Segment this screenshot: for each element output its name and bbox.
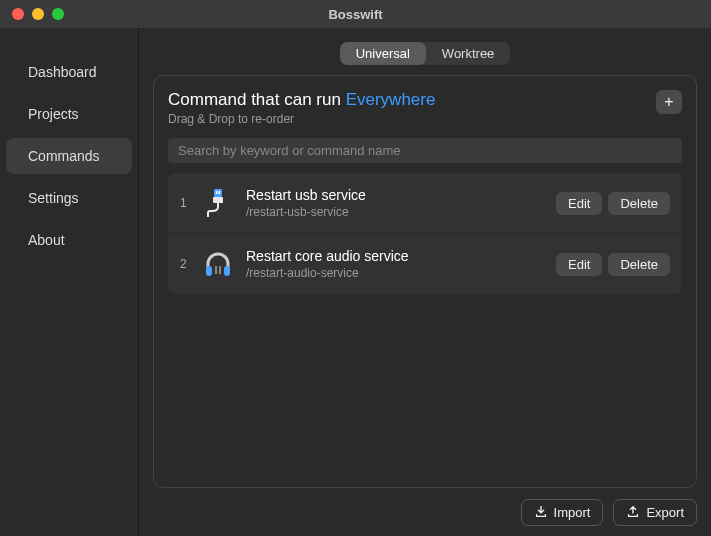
command-path: /restart-usb-service: [246, 205, 544, 219]
import-icon: [534, 505, 548, 519]
export-label: Export: [646, 505, 684, 520]
close-icon[interactable]: [12, 8, 24, 20]
window-title: Bosswift: [0, 7, 711, 22]
edit-button[interactable]: Edit: [556, 192, 602, 215]
row-index: 1: [180, 196, 190, 210]
commands-panel: Command that can run Everywhere Drag & D…: [153, 75, 697, 488]
search-input[interactable]: [168, 138, 682, 163]
command-path: /restart-audio-service: [246, 266, 544, 280]
fullscreen-icon[interactable]: [52, 8, 64, 20]
import-label: Import: [554, 505, 591, 520]
svg-rect-0: [214, 189, 222, 197]
svg-rect-4: [206, 266, 212, 276]
svg-rect-7: [219, 266, 221, 274]
svg-rect-3: [213, 197, 223, 203]
main: Universal Worktree Command that can run …: [139, 28, 711, 536]
svg-rect-6: [215, 266, 217, 274]
footer: Import Export: [139, 488, 711, 536]
svg-rect-2: [219, 191, 221, 194]
command-name: Restart usb service: [246, 187, 544, 203]
command-name: Restart core audio service: [246, 248, 544, 264]
headphones-icon: [202, 248, 234, 280]
delete-button[interactable]: Delete: [608, 253, 670, 276]
panel-subtitle: Drag & Drop to re-order: [168, 112, 435, 126]
add-command-button[interactable]: +: [656, 90, 682, 114]
tab-bar: Universal Worktree: [153, 42, 697, 65]
edit-button[interactable]: Edit: [556, 253, 602, 276]
import-button[interactable]: Import: [521, 499, 604, 526]
svg-rect-5: [224, 266, 230, 276]
sidebar-item-projects[interactable]: Projects: [6, 96, 132, 132]
panel-title-scope[interactable]: Everywhere: [346, 90, 436, 109]
export-icon: [626, 505, 640, 519]
sidebar-item-dashboard[interactable]: Dashboard: [6, 54, 132, 90]
command-list: 1 Restart usb service: [168, 173, 682, 294]
panel-title: Command that can run Everywhere: [168, 90, 435, 110]
row-index: 2: [180, 257, 190, 271]
plus-icon: +: [664, 93, 673, 111]
panel-title-prefix: Command that can run: [168, 90, 346, 109]
sidebar-item-commands[interactable]: Commands: [6, 138, 132, 174]
command-row[interactable]: 1 Restart usb service: [168, 173, 682, 234]
export-button[interactable]: Export: [613, 499, 697, 526]
svg-rect-1: [216, 191, 218, 194]
window-controls: [0, 8, 64, 20]
usb-icon: [202, 187, 234, 219]
sidebar: Dashboard Projects Commands Settings Abo…: [0, 28, 139, 536]
titlebar: Bosswift: [0, 0, 711, 28]
delete-button[interactable]: Delete: [608, 192, 670, 215]
sidebar-item-settings[interactable]: Settings: [6, 180, 132, 216]
tab-worktree[interactable]: Worktree: [426, 42, 511, 65]
sidebar-item-about[interactable]: About: [6, 222, 132, 258]
command-row[interactable]: 2 Restart core audio service: [168, 234, 682, 294]
tab-universal[interactable]: Universal: [340, 42, 426, 65]
minimize-icon[interactable]: [32, 8, 44, 20]
